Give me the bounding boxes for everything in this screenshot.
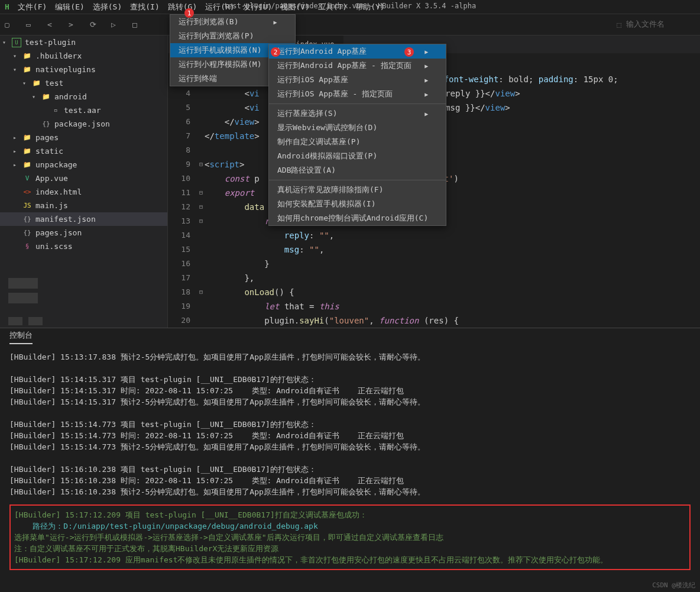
open-icon[interactable]: ▭ <box>26 20 35 30</box>
play-icon[interactable]: ▷ <box>111 20 121 30</box>
app-logo: H <box>5 2 9 11</box>
menu-item[interactable]: 如何安装配置手机模拟器(I) <box>269 197 446 211</box>
tree-item[interactable]: VApp.vue <box>0 172 167 185</box>
menu-item[interactable]: ADB路径设置(A) <box>269 163 446 177</box>
console-header: 控制台 <box>0 328 700 345</box>
refresh-icon[interactable]: ⟳ <box>90 20 99 30</box>
blurred-4 <box>28 317 43 325</box>
menu-item[interactable]: 运行基座选择(S)▶ <box>269 106 446 121</box>
annotation-badge: 1 <box>184 8 194 18</box>
console-highlight-box: [HBuilder] 15:17:12.209 项目 test-plugin [… <box>9 504 691 570</box>
tree-item[interactable]: ▾📁test <box>0 76 167 90</box>
tree-item[interactable]: {}pages.json <box>0 226 167 240</box>
tree-label: test.aar <box>64 106 101 115</box>
menu-item[interactable]: 运行到iOS App基座 - 指定页面▶ <box>269 87 446 101</box>
tree-item[interactable]: ▾📁nativeplugins <box>0 63 167 76</box>
menu-find[interactable]: 查找(I) <box>130 2 159 12</box>
window-title: test-plugin/pages/index/index.vue - HBui… <box>224 2 476 10</box>
menu-item[interactable]: 显示Webview调试控制台(D) <box>269 121 446 135</box>
tree-label: index.html <box>35 187 82 196</box>
menu-item[interactable]: 运行到内置浏览器(P) <box>170 29 295 43</box>
tree-label: manifest.json <box>35 215 96 224</box>
tree-label: static <box>35 147 63 156</box>
tree-label: android <box>54 92 87 101</box>
tree-label: main.js <box>35 201 68 210</box>
tree-label: nativeplugins <box>35 65 96 74</box>
tree-item[interactable]: ▸📁static <box>0 144 167 158</box>
tree-item[interactable]: ▸📁pages <box>0 131 167 144</box>
annotation-badge: 3 <box>404 47 414 57</box>
menu-item[interactable]: 运行到Android App基座▶ <box>269 44 446 59</box>
tree-item[interactable]: §uni.scss <box>0 240 167 253</box>
file-explorer: ▾U test-plugin ▾📁.hbuilderx▾📁nativeplugi… <box>0 35 168 328</box>
blurred-1 <box>8 278 38 289</box>
back-icon[interactable]: < <box>47 20 57 30</box>
console[interactable]: [HBuilder] 15:13:17.838 预计2-5分钟完成打包。如项目使… <box>0 345 700 592</box>
tree-root[interactable]: ▾U test-plugin <box>0 35 167 49</box>
tree-label: App.vue <box>35 174 68 183</box>
blurred-2 <box>8 293 38 303</box>
tree-label: test <box>45 79 63 88</box>
menu-file[interactable]: 文件(F) <box>18 2 47 12</box>
tree-item[interactable]: {}package.json <box>0 117 167 131</box>
menu-select[interactable]: 选择(S) <box>93 2 122 12</box>
forward-icon[interactable]: > <box>69 20 78 30</box>
tree-root-label: test-plugin <box>25 38 76 47</box>
tree-item[interactable]: JSmain.js <box>0 199 167 212</box>
tree-item[interactable]: ▫test.aar <box>0 103 167 117</box>
tree-item[interactable]: ▾📁android <box>0 90 167 103</box>
search-box: ⬚ 输入文件名 <box>617 19 665 30</box>
tree-label: .hbuilderx <box>35 51 82 60</box>
run-device-submenu: 运行到Android App基座▶运行到Android App基座 - 指定页面… <box>268 44 446 226</box>
blurred-3 <box>8 317 22 325</box>
watermark: CSDN @楼洗纪 <box>652 581 695 590</box>
annotation-badge: 2 <box>271 47 280 57</box>
menu-item[interactable]: 制作自定义调试基座(P) <box>269 135 446 149</box>
box-icon[interactable]: □ <box>132 20 142 30</box>
search-icon[interactable]: ⬚ <box>617 20 621 29</box>
menu-item[interactable]: 运行到Android App基座 - 指定页面▶ <box>269 59 446 73</box>
tree-item[interactable]: ▸📁unpackage <box>0 158 167 172</box>
search-placeholder[interactable]: 输入文件名 <box>626 19 665 30</box>
tree-label: pages <box>35 133 59 142</box>
tree-label: package.json <box>54 119 110 128</box>
menu-item[interactable]: 真机运行常见故障排除指南(F) <box>269 183 446 197</box>
tree-item[interactable]: ▾📁.hbuilderx <box>0 49 167 63</box>
tree-item[interactable]: {}manifest.json <box>0 212 167 226</box>
tree-label: unpackage <box>35 160 77 169</box>
console-tab[interactable]: 控制台 <box>9 330 33 344</box>
menu-item[interactable]: 运行到iOS App基座▶ <box>269 73 446 87</box>
new-file-icon[interactable]: ▢ <box>5 20 14 30</box>
tree-label: pages.json <box>35 228 82 237</box>
menu-item[interactable]: 如何用chrome控制台调试Android应用(C) <box>269 211 446 225</box>
menu-item[interactable]: Android模拟器端口设置(P) <box>269 149 446 163</box>
tree-label: uni.scss <box>35 242 73 251</box>
toolbar: ▢ ▭ < > ⟳ ▷ □ ⬚ 输入文件名 <box>0 14 700 35</box>
tree-item[interactable]: <>index.html <box>0 185 167 199</box>
menu-edit[interactable]: 编辑(E) <box>55 2 84 12</box>
